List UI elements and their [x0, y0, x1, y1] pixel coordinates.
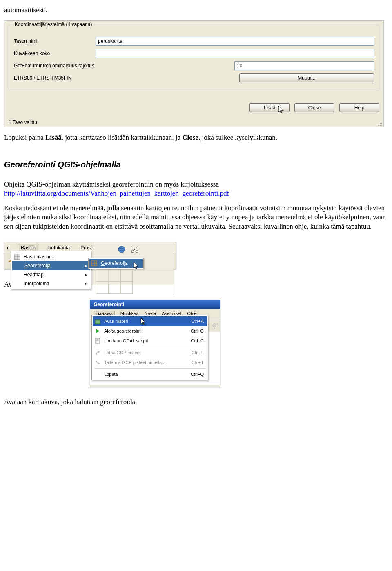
menu-item-avaa-rasteri[interactable]: Avaa rasteri Ctrl+A [93, 316, 207, 326]
menu-separator [94, 347, 205, 347]
menu-label: Lataa GCP pisteet [104, 350, 141, 355]
cursor-icon [141, 318, 147, 326]
svg-point-6 [118, 246, 125, 253]
muuta-button[interactable]: Muuta... [239, 73, 374, 82]
menu-label: Luodaan GDAL scripti [104, 338, 148, 343]
resize-grip-icon[interactable] [377, 121, 383, 127]
chevron-right-icon: ▸ [85, 273, 87, 277]
menu-label: Georeferoija [101, 260, 128, 266]
svg-point-20 [96, 361, 97, 362]
menu-item-rasterilaskin[interactable]: Rasterilaskin... [12, 252, 90, 261]
svg-point-18 [96, 353, 97, 355]
svg-point-14 [213, 324, 216, 327]
svg-rect-2 [381, 123, 382, 124]
svg-point-21 [98, 363, 100, 364]
caption: Avataan karttakuva, joka halutaan georef… [4, 398, 388, 407]
shortcut: Ctrl+A [191, 319, 204, 324]
menu-separator [94, 368, 205, 369]
grid-icon [14, 253, 20, 260]
pin-add-icon[interactable] [210, 321, 220, 331]
crs-groupbox: Koordinaattijärjestelmä (4 vapaana) Taso… [9, 25, 379, 91]
submenu-item-georeferoija[interactable]: Georeferoija [89, 259, 143, 268]
svg-rect-4 [380, 125, 381, 126]
lisaa-button[interactable]: Lisää [249, 103, 290, 112]
menu-item-luodaan-gdal[interactable]: Luodaan GDAL scripti Ctrl+C [93, 336, 207, 346]
tiedosto-dropdown: Avaa rasteri Ctrl+A Aloita georeferointi… [91, 315, 208, 380]
chevron-right-icon: ▶ [85, 264, 87, 268]
menu-label: Avaa rasteri [104, 319, 128, 324]
menu-item-lataa-gcp[interactable]: Lataa GCP pisteet Ctrl+L [93, 348, 207, 358]
shortcut: Ctrl+Q [191, 372, 204, 377]
text: Lopuksi paina [4, 133, 45, 141]
close-button[interactable]: Close [294, 103, 334, 112]
svg-rect-5 [381, 125, 382, 126]
menu-label: Aloita georeferointi [104, 329, 142, 333]
groupbox-legend: Koordinaattijärjestelmä (4 vapaana) [13, 22, 94, 27]
blank-icon [14, 271, 20, 278]
play-icon [94, 328, 101, 334]
qgis-menu-screenshot: ri Rasteri Tietokanta Prosessointi Ohje … [4, 242, 176, 269]
svg-rect-1 [380, 123, 381, 124]
menu-label: Lopeta [104, 372, 118, 377]
georeferointi-window: Georeferointi Tiedosto Muokkaa Näytä Ase… [90, 300, 220, 387]
load-points-icon [94, 349, 101, 356]
menu-label: Tallenna GCP pisteet nimellä... [104, 360, 165, 365]
shortcut: Ctrl+L [192, 350, 204, 355]
title-bar: Georeferointi [90, 300, 220, 309]
menubar-item-tietokanta[interactable]: Tietokanta [46, 244, 72, 251]
menu-item-interpolointi[interactable]: Interpolointi ▸ [12, 279, 90, 288]
text-bold: Lisää [45, 133, 62, 141]
svg-rect-3 [378, 125, 379, 126]
help-button[interactable]: Help [339, 103, 379, 112]
save-points-icon [94, 359, 101, 366]
label-tason-nimi: Tason nimi [14, 38, 96, 44]
globe-icon [117, 244, 127, 254]
text: Ohjeita QGIS-ohjelman käyttämiseksi geor… [4, 180, 219, 188]
body-text: Koska tiedossani ei ole menetelmää, joll… [4, 204, 388, 231]
georef-icon [91, 260, 98, 267]
menu-label: Heatmap [24, 272, 44, 278]
blank-icon [14, 280, 20, 287]
shortcut: Ctrl+G [191, 329, 204, 333]
menu-item-heatmap[interactable]: Heatmap ▸ [12, 270, 90, 279]
label-kuvakkeen-koko: Kuvakkeen koko [14, 51, 96, 56]
script-icon [94, 338, 101, 344]
kuvakkeen-koko-input[interactable] [96, 49, 374, 58]
blank-icon [14, 262, 20, 269]
open-raster-icon [94, 318, 101, 324]
scissors-icon [130, 244, 140, 254]
svg-rect-16 [95, 320, 100, 321]
menu-item-georeferoija[interactable]: Georeferoija ▶ [12, 261, 90, 270]
text: , joka sulkee kyselyikkunan. [198, 133, 277, 141]
blank-icon [94, 371, 101, 378]
menu-label: Rasterilaskin... [24, 254, 56, 260]
body-text: Ohjeita QGIS-ohjelman käyttämiseksi geor… [4, 180, 388, 198]
status-text: 1 Taso valittu [9, 120, 379, 125]
cursor-icon [278, 106, 284, 114]
menu-item-aloita-georeferointi[interactable]: Aloita georeferointi Ctrl+G [93, 326, 207, 336]
label-getfeatureinfo: GetFeatureInfo:n ominaisuus rajoitus [14, 63, 100, 69]
wms-dialog: Koordinaattijärjestelmä (4 vapaana) Taso… [4, 20, 384, 127]
text-bold: Close [182, 133, 198, 141]
menubar-item-rasteri[interactable]: Rasteri [19, 244, 38, 252]
menu-label: Interpolointi [24, 281, 49, 287]
menu-label: Georeferoija [24, 263, 51, 269]
label-crs: ETRS89 / ETRS-TM35FIN [14, 75, 100, 81]
chevron-right-icon: ▸ [85, 282, 87, 286]
link-georeferointi-pdf[interactable]: http://latuviitta.org/documents/Vanhojen… [4, 189, 229, 197]
body-text: Lopuksi paina Lisää, jotta karttataso li… [4, 133, 388, 142]
rasteri-dropdown: Rasterilaskin... Georeferoija ▶ Heatmap … [11, 251, 91, 289]
text: , jotta karttataso lisätään karttaikkuna… [62, 133, 183, 141]
menu-item-lopeta[interactable]: Lopeta Ctrl+Q [93, 369, 207, 379]
getfeatureinfo-input[interactable]: 10 [234, 61, 374, 70]
body-text: automaattisesti. [4, 6, 388, 15]
shortcut: Ctrl+C [191, 338, 204, 343]
lisaa-button-label: Lisää [264, 105, 276, 111]
tason-nimi-input[interactable]: peruskartta [96, 37, 374, 46]
cursor-icon [134, 262, 139, 270]
svg-rect-0 [381, 122, 382, 122]
menu-item-tallenna-gcp[interactable]: Tallenna GCP pisteet nimellä... Ctrl+T [93, 358, 207, 367]
menubar-item: ri [5, 244, 11, 251]
georeferoija-submenu: Georeferoija [88, 258, 144, 269]
shortcut: Ctrl+T [192, 360, 204, 365]
